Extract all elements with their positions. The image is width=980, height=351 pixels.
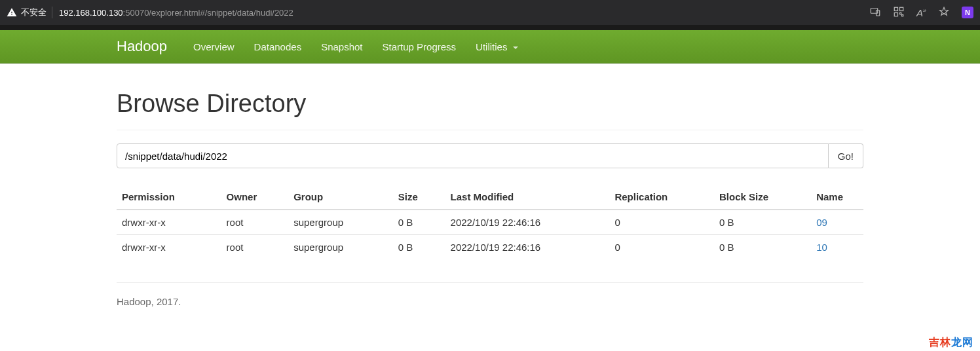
svg-rect-0 (871, 8, 878, 13)
brand[interactable]: Hadoop (117, 30, 177, 63)
directory-table: Permission Owner Group Size Last Modifie… (117, 185, 863, 259)
devices-icon[interactable] (869, 6, 881, 20)
svg-rect-6 (901, 14, 903, 16)
cell-last-modified: 2022/10/19 22:46:16 (445, 235, 610, 260)
nav-datanodes[interactable]: Datanodes (244, 31, 312, 62)
table-header-row: Permission Owner Group Size Last Modifie… (117, 185, 863, 210)
table-row: drwxr-xr-xrootsupergroup0 B2022/10/19 22… (117, 235, 863, 260)
cell-group: supergroup (288, 235, 393, 260)
extension-badge[interactable]: N (962, 7, 973, 18)
cell-last-modified: 2022/10/19 22:46:16 (445, 210, 610, 235)
nav-startup-progress[interactable]: Startup Progress (373, 31, 466, 62)
favorite-icon[interactable] (938, 6, 950, 20)
svg-rect-3 (899, 7, 903, 10)
page-title: Browse Directory (117, 90, 863, 118)
content-container: Browse Directory Go! Permission Owner Gr… (107, 90, 873, 307)
cell-name: 09 (811, 210, 863, 235)
dir-link[interactable]: 09 (816, 217, 827, 228)
cell-owner: root (221, 210, 289, 235)
th-group: Group (288, 185, 393, 210)
cell-owner: root (221, 235, 289, 260)
text-size-icon[interactable]: A» (916, 7, 926, 18)
nav-snapshot[interactable]: Snapshot (311, 31, 372, 62)
th-size: Size (393, 185, 445, 210)
nav-overview[interactable]: Overview (183, 31, 244, 62)
cell-block-size: 0 B (714, 235, 811, 260)
divider (117, 130, 863, 130)
path-input[interactable] (117, 143, 829, 168)
footer-divider (117, 282, 863, 283)
tab-strip (0, 25, 980, 30)
cell-permission: drwxr-xr-x (117, 235, 221, 260)
th-replication: Replication (609, 185, 714, 210)
th-block-size: Block Size (714, 185, 811, 210)
path-row: Go! (117, 143, 863, 168)
cell-replication: 0 (609, 210, 714, 235)
cell-block-size: 0 B (714, 210, 811, 235)
th-last-modified: Last Modified (445, 185, 610, 210)
cell-replication: 0 (609, 235, 714, 260)
th-name: Name (811, 185, 863, 210)
warning-icon (7, 7, 17, 18)
cell-group: supergroup (288, 210, 393, 235)
browser-address-bar: 不安全 192.168.100.130:50070/explorer.html#… (0, 0, 980, 25)
qr-icon[interactable] (893, 6, 905, 20)
nav-utilities[interactable]: Utilities (466, 31, 528, 62)
svg-rect-5 (899, 12, 901, 14)
insecure-label: 不安全 (21, 7, 52, 18)
svg-rect-2 (894, 7, 897, 10)
svg-rect-4 (894, 12, 897, 16)
dir-link[interactable]: 10 (816, 242, 827, 253)
go-button[interactable]: Go! (829, 143, 863, 168)
cell-name: 10 (811, 235, 863, 260)
cell-size: 0 B (393, 235, 445, 260)
table-row: drwxr-xr-xrootsupergroup0 B2022/10/19 22… (117, 210, 863, 235)
th-owner: Owner (221, 185, 289, 210)
cell-size: 0 B (393, 210, 445, 235)
url-path: :50070/explorer.html#/snippet/data/hudi/… (123, 8, 293, 18)
url-host: 192.168.100.130 (59, 8, 123, 18)
footer-text: Hadoop, 2017. (117, 296, 863, 307)
cell-permission: drwxr-xr-x (117, 210, 221, 235)
url-display[interactable]: 192.168.100.130:50070/explorer.html#/sni… (59, 8, 865, 18)
nav-utilities-label: Utilities (476, 41, 507, 52)
caret-down-icon (513, 46, 518, 49)
main-nav: Hadoop Overview Datanodes Snapshot Start… (0, 30, 980, 64)
browser-toolbar-right: A» N (869, 6, 973, 20)
th-permission: Permission (117, 185, 221, 210)
